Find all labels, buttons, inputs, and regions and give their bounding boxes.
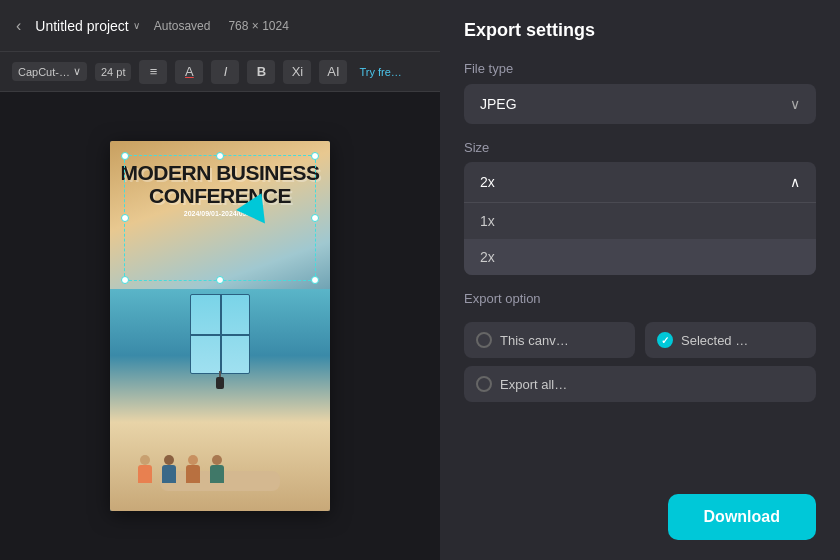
canvas-area[interactable]: MODERN BUSINESS CONFERENCE 2024/09/01-20… (0, 92, 440, 560)
selected-option[interactable]: Selected … (645, 322, 816, 358)
file-type-dropdown-row: JPEG ∨ (464, 84, 816, 124)
figure-3 (186, 465, 200, 483)
export-all-radio-icon (476, 376, 492, 392)
poster-date: 2024/09/01-2024/09/03 (110, 210, 330, 217)
autosaved-status: Autosaved (154, 19, 211, 33)
export-option-row-1: This canv… Selected … (464, 322, 816, 358)
this-canvas-label: This canv… (500, 333, 569, 348)
size-option-2x[interactable]: 2x (464, 239, 816, 275)
file-type-section: File type JPEG ∨ (464, 61, 816, 124)
file-type-value: JPEG (480, 96, 517, 112)
top-toolbar: ‹ Untitled project ∨ Autosaved 768 × 102… (0, 0, 440, 52)
align-button[interactable]: ≡ (139, 60, 167, 84)
try-free-button[interactable]: Try fre… (359, 66, 401, 78)
export-all-label: Export all… (500, 377, 567, 392)
bold-button[interactable]: B (247, 60, 275, 84)
poster: MODERN BUSINESS CONFERENCE 2024/09/01-20… (110, 141, 330, 511)
ai-icon: AI (327, 64, 339, 79)
italic-button[interactable]: I (211, 60, 239, 84)
file-type-label: File type (464, 61, 816, 76)
bold-icon: B (257, 64, 266, 79)
size-section: Size 2x ∧ 1x 2x (464, 140, 816, 275)
size-dropdown-header[interactable]: 2x ∧ (464, 162, 816, 203)
editor-panel: ‹ Untitled project ∨ Autosaved 768 × 102… (0, 0, 440, 560)
italic-icon: I (224, 64, 228, 79)
this-canvas-option[interactable]: This canv… (464, 322, 635, 358)
lantern-decoration (216, 377, 224, 389)
size-label: Size (464, 140, 816, 155)
figure-2 (162, 465, 176, 483)
poster-title-area: MODERN BUSINESS CONFERENCE 2024/09/01-20… (110, 161, 330, 217)
project-name-wrapper: Untitled project ∨ (35, 18, 139, 34)
figure-4 (210, 465, 224, 483)
size-option-1x[interactable]: 1x (464, 203, 816, 239)
xi-button[interactable]: Xi (283, 60, 311, 84)
font-selector[interactable]: CapCut-… ∨ (12, 62, 87, 81)
font-name-label: CapCut-… (18, 66, 70, 78)
poster-title: MODERN BUSINESS CONFERENCE (110, 161, 330, 207)
ai-button[interactable]: AI (319, 60, 347, 84)
canvas-dimensions: 768 × 1024 (228, 19, 288, 33)
meeting-scene (110, 289, 330, 511)
font-selector-chevron-icon: ∨ (73, 65, 81, 78)
export-all-option[interactable]: Export all… (464, 366, 816, 402)
xi-icon: Xi (292, 64, 304, 79)
export-settings-title: Export settings (464, 20, 816, 41)
export-panel: Export settings File type JPEG ∨ Size 2x… (440, 0, 840, 560)
poster-scene (110, 289, 330, 511)
selected-label: Selected … (681, 333, 748, 348)
figure-1 (138, 465, 152, 483)
file-type-dropdown[interactable]: JPEG ∨ (464, 84, 816, 124)
project-name-chevron-icon[interactable]: ∨ (133, 20, 140, 31)
size-dropdown-open: 2x ∧ 1x 2x (464, 162, 816, 275)
font-size-selector[interactable]: 24 pt (95, 63, 131, 81)
size-current-value: 2x (480, 174, 495, 190)
selected-radio-icon (657, 332, 673, 348)
export-option-label: Export option (464, 291, 816, 306)
text-color-button[interactable]: A (175, 60, 203, 84)
export-all-row: Export all… (464, 366, 816, 402)
this-canvas-radio-icon (476, 332, 492, 348)
file-type-chevron-icon: ∨ (790, 96, 800, 112)
canvas-frame: MODERN BUSINESS CONFERENCE 2024/09/01-20… (110, 141, 330, 511)
text-color-icon: A (185, 64, 194, 79)
align-icon: ≡ (150, 64, 158, 79)
size-chevron-up-icon: ∧ (790, 174, 800, 190)
back-button[interactable]: ‹ (12, 13, 25, 39)
project-name[interactable]: Untitled project (35, 18, 128, 34)
format-toolbar: CapCut-… ∨ 24 pt ≡ A I B Xi AI Try fre… (0, 52, 440, 92)
window-decoration (190, 294, 250, 374)
export-option-section: Export option This canv… Selected … Expo… (464, 291, 816, 402)
download-button[interactable]: Download (668, 494, 816, 540)
